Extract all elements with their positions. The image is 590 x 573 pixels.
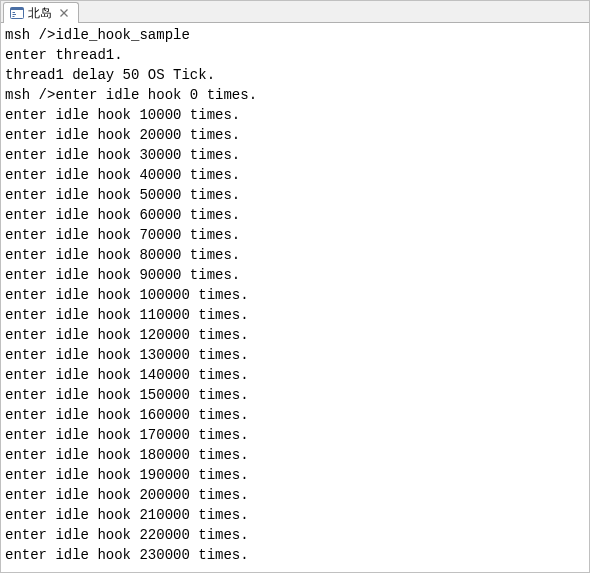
- tab-bar: 北岛: [1, 1, 589, 23]
- tab-label: 北岛: [28, 5, 52, 22]
- console-line: thread1 delay 50 OS Tick.: [5, 65, 585, 85]
- console-tab[interactable]: 北岛: [3, 2, 79, 23]
- svg-rect-1: [11, 8, 24, 11]
- console-line: enter idle hook 60000 times.: [5, 205, 585, 225]
- console-line: enter idle hook 210000 times.: [5, 505, 585, 525]
- console-line: enter idle hook 130000 times.: [5, 345, 585, 365]
- console-line: enter idle hook 220000 times.: [5, 525, 585, 545]
- console-line: msh />enter idle hook 0 times.: [5, 85, 585, 105]
- console-line: enter idle hook 120000 times.: [5, 325, 585, 345]
- console-line: enter idle hook 160000 times.: [5, 405, 585, 425]
- console-line: enter idle hook 100000 times.: [5, 285, 585, 305]
- console-line: enter idle hook 170000 times.: [5, 425, 585, 445]
- close-icon[interactable]: [58, 7, 70, 19]
- console-line: msh />idle_hook_sample: [5, 25, 585, 45]
- console-line: enter idle hook 150000 times.: [5, 385, 585, 405]
- console-line: enter idle hook 50000 times.: [5, 185, 585, 205]
- terminal-icon: [10, 6, 24, 20]
- console-line: enter idle hook 90000 times.: [5, 265, 585, 285]
- console-line: enter idle hook 200000 times.: [5, 485, 585, 505]
- console-line: enter idle hook 20000 times.: [5, 125, 585, 145]
- console-line: enter idle hook 40000 times.: [5, 165, 585, 185]
- console-line: enter idle hook 140000 times.: [5, 365, 585, 385]
- console-line: enter idle hook 110000 times.: [5, 305, 585, 325]
- console-line: enter idle hook 190000 times.: [5, 465, 585, 485]
- console-line: enter idle hook 230000 times.: [5, 545, 585, 565]
- console-line: enter idle hook 10000 times.: [5, 105, 585, 125]
- console-line: enter idle hook 180000 times.: [5, 445, 585, 465]
- console-line: enter idle hook 80000 times.: [5, 245, 585, 265]
- console-line: enter thread1.: [5, 45, 585, 65]
- console-line: enter idle hook 30000 times.: [5, 145, 585, 165]
- console-output[interactable]: msh />idle_hook_sampleenter thread1.thre…: [1, 23, 589, 567]
- console-line: enter idle hook 70000 times.: [5, 225, 585, 245]
